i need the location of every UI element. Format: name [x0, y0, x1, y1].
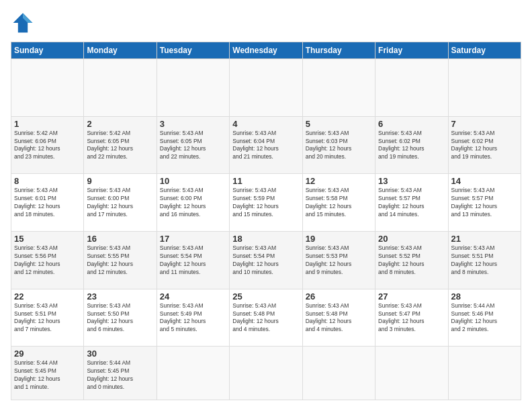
- calendar-cell: 6Sunrise: 5:43 AM Sunset: 6:02 PM Daylig…: [375, 116, 448, 174]
- day-info: Sunrise: 5:43 AM Sunset: 5:51 PM Dayligh…: [14, 302, 81, 334]
- day-number: 17: [160, 234, 226, 244]
- calendar-cell: 7Sunrise: 5:43 AM Sunset: 6:02 PM Daylig…: [448, 116, 521, 174]
- day-info: Sunrise: 5:42 AM Sunset: 6:06 PM Dayligh…: [14, 130, 81, 162]
- day-number: 10: [160, 176, 226, 186]
- calendar-cell: 14Sunrise: 5:43 AM Sunset: 5:57 PM Dayli…: [448, 174, 521, 232]
- calendar-cell: 23Sunrise: 5:43 AM Sunset: 5:50 PM Dayli…: [84, 289, 157, 347]
- day-info: Sunrise: 5:43 AM Sunset: 5:54 PM Dayligh…: [160, 244, 226, 277]
- weekday-header-friday: Friday: [375, 42, 448, 59]
- calendar-cell: [302, 59, 375, 117]
- day-info: Sunrise: 5:43 AM Sunset: 6:00 PM Dayligh…: [87, 187, 153, 219]
- day-number: 7: [451, 119, 518, 129]
- day-number: 21: [451, 234, 518, 244]
- day-number: 9: [87, 176, 153, 186]
- day-number: 29: [14, 349, 81, 359]
- day-number: 1: [14, 119, 81, 129]
- header: [11, 11, 521, 35]
- calendar-cell: 19Sunrise: 5:43 AM Sunset: 5:53 PM Dayli…: [302, 232, 375, 289]
- calendar-cell: 30Sunrise: 5:44 AM Sunset: 5:45 PM Dayli…: [84, 347, 157, 400]
- calendar-cell: [448, 347, 521, 400]
- day-info: Sunrise: 5:43 AM Sunset: 5:52 PM Dayligh…: [378, 244, 445, 277]
- day-number: 28: [451, 291, 518, 302]
- weekday-header-thursday: Thursday: [302, 42, 375, 59]
- calendar-cell: [11, 59, 84, 117]
- calendar-cell: 29Sunrise: 5:44 AM Sunset: 5:45 PM Dayli…: [11, 347, 84, 400]
- day-info: Sunrise: 5:43 AM Sunset: 6:00 PM Dayligh…: [160, 187, 226, 219]
- day-number: 11: [232, 176, 299, 186]
- day-info: Sunrise: 5:43 AM Sunset: 5:49 PM Dayligh…: [160, 302, 226, 334]
- day-number: 26: [306, 291, 372, 302]
- day-number: 4: [232, 119, 299, 129]
- calendar-cell: 16Sunrise: 5:43 AM Sunset: 5:55 PM Dayli…: [84, 232, 157, 289]
- day-info: Sunrise: 5:43 AM Sunset: 5:57 PM Dayligh…: [378, 187, 445, 219]
- day-number: 5: [306, 119, 372, 129]
- day-number: 18: [232, 234, 299, 244]
- day-info: Sunrise: 5:43 AM Sunset: 6:02 PM Dayligh…: [451, 130, 518, 162]
- day-number: 15: [14, 234, 81, 244]
- day-info: Sunrise: 5:43 AM Sunset: 5:54 PM Dayligh…: [232, 244, 299, 277]
- calendar-cell: [302, 347, 375, 400]
- logo: [11, 11, 38, 35]
- calendar-cell: 4Sunrise: 5:43 AM Sunset: 6:04 PM Daylig…: [230, 116, 302, 174]
- calendar-cell: 18Sunrise: 5:43 AM Sunset: 5:54 PM Dayli…: [230, 232, 302, 289]
- calendar-cell: 3Sunrise: 5:43 AM Sunset: 6:05 PM Daylig…: [157, 116, 229, 174]
- day-info: Sunrise: 5:43 AM Sunset: 6:02 PM Dayligh…: [378, 130, 445, 162]
- day-info: Sunrise: 5:43 AM Sunset: 5:57 PM Dayligh…: [451, 187, 518, 219]
- calendar-cell: 9Sunrise: 5:43 AM Sunset: 6:00 PM Daylig…: [84, 174, 157, 232]
- day-number: 25: [232, 291, 299, 302]
- day-info: Sunrise: 5:43 AM Sunset: 5:51 PM Dayligh…: [451, 244, 518, 277]
- calendar-cell: [157, 347, 229, 400]
- day-number: 3: [160, 119, 226, 129]
- calendar-cell: 21Sunrise: 5:43 AM Sunset: 5:51 PM Dayli…: [448, 232, 521, 289]
- calendar-cell: [230, 59, 302, 117]
- calendar-cell: 11Sunrise: 5:43 AM Sunset: 5:59 PM Dayli…: [230, 174, 302, 232]
- day-info: Sunrise: 5:43 AM Sunset: 5:53 PM Dayligh…: [306, 244, 372, 277]
- day-number: 27: [378, 291, 445, 302]
- calendar-cell: 13Sunrise: 5:43 AM Sunset: 5:57 PM Dayli…: [375, 174, 448, 232]
- day-number: 8: [14, 176, 81, 186]
- calendar-cell: 10Sunrise: 5:43 AM Sunset: 6:00 PM Dayli…: [157, 174, 229, 232]
- day-info: Sunrise: 5:43 AM Sunset: 5:47 PM Dayligh…: [378, 302, 445, 334]
- day-info: Sunrise: 5:44 AM Sunset: 5:45 PM Dayligh…: [14, 359, 81, 392]
- week-row-4: 22Sunrise: 5:43 AM Sunset: 5:51 PM Dayli…: [11, 289, 521, 347]
- calendar-cell: 1Sunrise: 5:42 AM Sunset: 6:06 PM Daylig…: [11, 116, 84, 174]
- calendar-cell: 20Sunrise: 5:43 AM Sunset: 5:52 PM Dayli…: [375, 232, 448, 289]
- day-info: Sunrise: 5:43 AM Sunset: 5:48 PM Dayligh…: [232, 302, 299, 334]
- day-number: 2: [87, 119, 153, 129]
- day-number: 13: [378, 176, 445, 186]
- day-info: Sunrise: 5:44 AM Sunset: 5:45 PM Dayligh…: [87, 359, 153, 392]
- calendar-cell: [84, 59, 157, 117]
- week-row-3: 15Sunrise: 5:43 AM Sunset: 5:56 PM Dayli…: [11, 232, 521, 289]
- weekday-header-monday: Monday: [84, 42, 157, 59]
- day-info: Sunrise: 5:43 AM Sunset: 5:59 PM Dayligh…: [232, 187, 299, 219]
- day-number: 23: [87, 291, 153, 302]
- day-number: 20: [378, 234, 445, 244]
- calendar-cell: 26Sunrise: 5:43 AM Sunset: 5:48 PM Dayli…: [302, 289, 375, 347]
- calendar-cell: 5Sunrise: 5:43 AM Sunset: 6:03 PM Daylig…: [302, 116, 375, 174]
- calendar-cell: [157, 59, 229, 117]
- calendar-cell: [375, 59, 448, 117]
- calendar-cell: 17Sunrise: 5:43 AM Sunset: 5:54 PM Dayli…: [157, 232, 229, 289]
- day-number: 30: [87, 349, 153, 359]
- calendar-cell: 2Sunrise: 5:42 AM Sunset: 6:05 PM Daylig…: [84, 116, 157, 174]
- calendar-cell: [448, 59, 521, 117]
- calendar-cell: 28Sunrise: 5:44 AM Sunset: 5:46 PM Dayli…: [448, 289, 521, 347]
- day-number: 24: [160, 291, 226, 302]
- day-info: Sunrise: 5:42 AM Sunset: 6:05 PM Dayligh…: [87, 130, 153, 162]
- calendar-cell: 12Sunrise: 5:43 AM Sunset: 5:58 PM Dayli…: [302, 174, 375, 232]
- day-info: Sunrise: 5:43 AM Sunset: 6:03 PM Dayligh…: [306, 130, 372, 162]
- calendar-cell: [375, 347, 448, 400]
- day-info: Sunrise: 5:43 AM Sunset: 6:04 PM Dayligh…: [232, 130, 299, 162]
- day-info: Sunrise: 5:43 AM Sunset: 5:50 PM Dayligh…: [87, 302, 153, 334]
- week-row-1: 1Sunrise: 5:42 AM Sunset: 6:06 PM Daylig…: [11, 116, 521, 174]
- calendar-cell: 22Sunrise: 5:43 AM Sunset: 5:51 PM Dayli…: [11, 289, 84, 347]
- day-info: Sunrise: 5:43 AM Sunset: 6:05 PM Dayligh…: [160, 130, 226, 162]
- page: SundayMondayTuesdayWednesdayThursdayFrid…: [0, 0, 532, 411]
- calendar-cell: 27Sunrise: 5:43 AM Sunset: 5:47 PM Dayli…: [375, 289, 448, 347]
- day-info: Sunrise: 5:43 AM Sunset: 5:56 PM Dayligh…: [14, 244, 81, 277]
- calendar-cell: 25Sunrise: 5:43 AM Sunset: 5:48 PM Dayli…: [230, 289, 302, 347]
- calendar-cell: 24Sunrise: 5:43 AM Sunset: 5:49 PM Dayli…: [157, 289, 229, 347]
- weekday-header-tuesday: Tuesday: [157, 42, 229, 59]
- day-info: Sunrise: 5:44 AM Sunset: 5:46 PM Dayligh…: [451, 302, 518, 334]
- day-number: 6: [378, 119, 445, 129]
